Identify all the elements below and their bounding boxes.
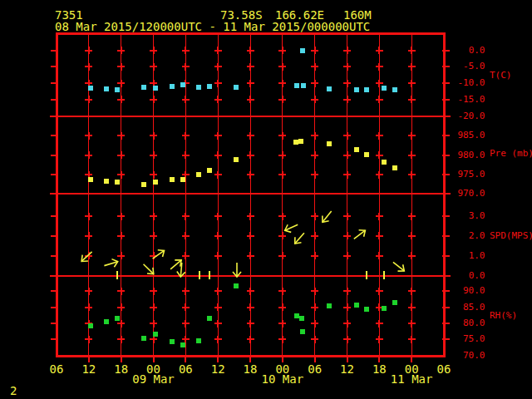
humidity-point — [300, 329, 305, 334]
axis-edge-tick — [51, 235, 58, 237]
wind-calm-tick — [383, 271, 385, 279]
wind-arrow-icon — [75, 245, 98, 268]
axis-edge-tick — [51, 135, 58, 136]
temperature-point — [354, 87, 359, 92]
grid-cross-tick — [411, 132, 412, 140]
grid-cross-tick — [314, 96, 316, 103]
humidity-point — [88, 323, 93, 328]
humidity-point — [354, 303, 359, 308]
axis-edge-tick — [442, 338, 450, 340]
temperature-point — [301, 83, 306, 88]
grid-cross-tick — [347, 151, 348, 159]
grid-cross-tick — [314, 47, 316, 54]
grid-cross-tick — [249, 132, 251, 140]
grid-cross-tick — [314, 151, 316, 159]
grid-cross-tick — [153, 320, 155, 328]
grid-cross-tick — [378, 252, 380, 259]
grid-cross-tick — [347, 252, 348, 259]
x-axis-tick — [347, 356, 348, 362]
grid-cross-tick — [249, 213, 251, 220]
grid-cross-tick — [378, 288, 380, 295]
meteogram-screen: 7351 73.58S 166.62E 160M 08 Mar 2015/120… — [0, 0, 532, 399]
grid-cross-tick — [217, 288, 219, 295]
grid-cross-tick — [249, 96, 251, 103]
pressure-point — [207, 168, 212, 173]
x-axis-tick — [314, 356, 316, 362]
grid-cross-tick — [282, 151, 283, 159]
grid-cross-tick — [121, 232, 122, 239]
grid-cross-tick — [249, 171, 251, 179]
axis-edge-tick — [442, 155, 450, 156]
grid-cross-tick — [153, 336, 155, 343]
grid-cross-tick — [378, 303, 380, 311]
grid-cross-tick — [153, 47, 155, 54]
grid-cross-tick — [411, 47, 412, 54]
grid-cross-tick — [88, 288, 90, 295]
humidity-point — [364, 307, 369, 312]
grid-cross-tick — [249, 320, 251, 328]
grid-cross-tick — [314, 288, 316, 295]
panel-unit-label: SPD(MPS) — [490, 231, 532, 240]
grid-cross-tick — [314, 132, 316, 140]
grid-cross-tick — [411, 336, 412, 343]
grid-cross-tick — [378, 336, 380, 343]
wind-arrow-icon — [315, 205, 338, 229]
grid-cross-tick — [347, 132, 348, 140]
grid-cross-tick — [347, 80, 348, 87]
grid-cross-tick — [347, 320, 348, 328]
grid-cross-tick — [217, 63, 219, 71]
grid-cross-tick — [378, 320, 380, 328]
grid-cross-tick — [249, 151, 251, 159]
grid-cross-tick — [249, 232, 251, 239]
axis-edge-tick — [51, 290, 58, 292]
pressure-point — [293, 140, 298, 145]
grid-cross-tick — [217, 171, 219, 179]
grid-cross-tick — [347, 47, 348, 54]
humidity-point — [115, 316, 120, 321]
axis-edge-tick — [442, 323, 450, 324]
axis-edge-tick — [442, 174, 450, 175]
grid-cross-tick — [249, 303, 251, 311]
grid-cross-tick — [249, 80, 251, 87]
grid-cross-tick — [121, 213, 122, 220]
axis-edge-tick — [51, 307, 58, 308]
grid-cross-tick — [121, 47, 122, 54]
grid-cross-tick — [314, 63, 316, 71]
x-hour-label: 12 — [331, 363, 364, 375]
grid-cross-tick — [88, 47, 90, 54]
wind-arrow-icon — [225, 259, 249, 282]
grid-cross-tick — [347, 288, 348, 295]
y-tick-label: 970.0 — [436, 189, 485, 198]
grid-cross-tick — [88, 63, 90, 71]
pressure-point — [298, 139, 303, 144]
grid-cross-tick — [185, 288, 186, 295]
grid-cross-tick — [153, 213, 155, 220]
y-tick-label: 70.0 — [436, 351, 485, 360]
wind-calm-tick — [199, 271, 200, 279]
pressure-point — [104, 179, 109, 184]
grid-cross-tick — [314, 336, 316, 343]
axis-edge-tick — [442, 215, 450, 217]
grid-cross-tick — [121, 171, 122, 179]
grid-cross-tick — [378, 96, 380, 103]
grid-cross-tick — [185, 151, 186, 159]
grid-cross-tick — [378, 47, 380, 54]
grid-cross-tick — [411, 96, 412, 103]
humidity-point — [327, 303, 332, 308]
grid-cross-tick — [314, 80, 316, 87]
grid-cross-tick — [217, 80, 219, 87]
y-tick-label: -20.0 — [436, 111, 485, 121]
axis-edge-tick — [51, 323, 58, 324]
axis-edge-tick — [51, 66, 58, 67]
grid-cross-tick — [153, 63, 155, 71]
grid-cross-tick — [121, 320, 122, 328]
grid-cross-tick — [282, 63, 283, 71]
grid-cross-tick — [378, 63, 380, 71]
axis-edge-tick — [51, 174, 58, 175]
wind-arrow-icon — [387, 255, 411, 278]
axis-edge-tick — [442, 255, 450, 257]
x-date-label: 11 Mar — [385, 373, 438, 385]
grid-cross-tick — [249, 47, 251, 54]
page-number: 2 — [10, 385, 17, 397]
grid-cross-tick — [153, 96, 155, 103]
